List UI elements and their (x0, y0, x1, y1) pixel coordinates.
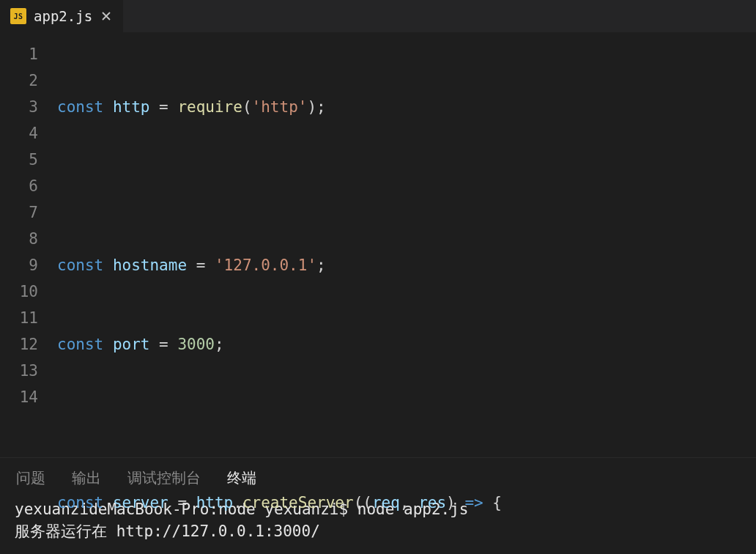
line-number: 12 (0, 331, 51, 358)
code-line[interactable]: const hostname = '127.0.0.1'; (51, 252, 576, 278)
code-line[interactable] (51, 173, 576, 199)
editor[interactable]: 1 2 3 4 5 6 7 8 9 10 11 12 13 14 const h… (0, 32, 756, 457)
code-area[interactable]: const http = require('http'); const host… (51, 32, 576, 457)
code-line[interactable]: const server = http.createServer((req, r… (51, 490, 576, 516)
tab-filename: app2.js (34, 8, 92, 24)
line-number: 8 (0, 226, 51, 252)
js-file-icon: JS (10, 8, 26, 24)
line-number: 4 (0, 120, 51, 147)
line-number: 5 (0, 147, 51, 173)
line-number: 11 (0, 305, 51, 331)
line-number: 7 (0, 199, 51, 226)
line-number: 14 (0, 384, 51, 410)
tab-bar: JS app2.js (0, 0, 756, 32)
line-number: 6 (0, 173, 51, 199)
code-line[interactable]: const http = require('http'); (51, 94, 576, 120)
tab-problems[interactable]: 问题 (16, 468, 45, 488)
line-number: 9 (0, 252, 51, 278)
code-line[interactable]: const port = 3000; (51, 331, 576, 358)
line-number: 13 (0, 358, 51, 384)
line-number: 1 (0, 41, 51, 67)
code-line[interactable] (51, 410, 576, 437)
close-icon[interactable] (100, 10, 113, 23)
tab-app2js[interactable]: JS app2.js (0, 0, 123, 32)
line-number: 2 (0, 67, 51, 94)
line-number: 3 (0, 94, 51, 120)
gutter: 1 2 3 4 5 6 7 8 9 10 11 12 13 14 (0, 32, 51, 457)
line-number: 10 (0, 278, 51, 305)
